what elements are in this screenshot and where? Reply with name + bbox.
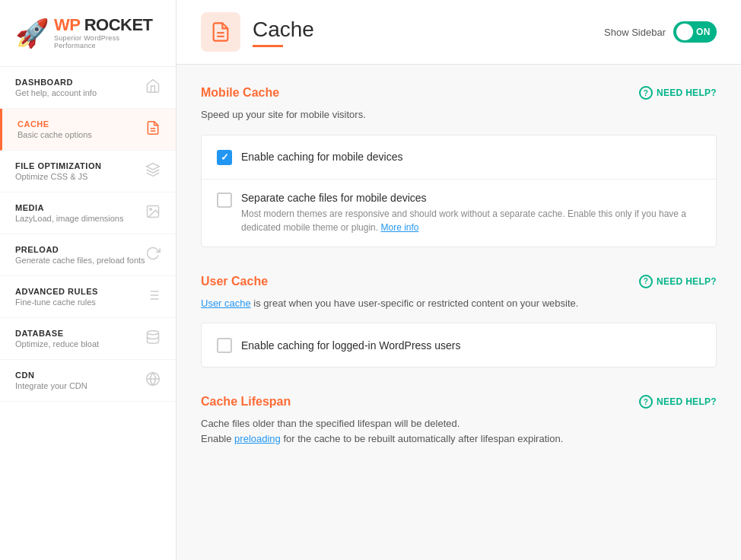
user-cache-link[interactable]: User cache [201, 298, 251, 309]
database-icon [145, 329, 161, 348]
sidebar-toggle[interactable]: ON [673, 21, 717, 43]
user-cache-need-help[interactable]: ? NEED HELP? [639, 275, 717, 288]
cache-lifespan-description: Cache files older than the specified lif… [201, 416, 717, 446]
page-title: Cache [253, 18, 314, 42]
sidebar-item-cache[interactable]: CACHE Basic cache options [0, 109, 176, 151]
sidebar-item-advanced-rules[interactable]: ADVANCED RULES Fine-tune cache rules [0, 276, 176, 318]
enable-mobile-cache-checkbox[interactable]: ✓ [217, 150, 232, 165]
section-header-user: User Cache ? NEED HELP? [201, 275, 717, 288]
mobile-cache-section: Mobile Cache ? NEED HELP? Speed up your … [201, 86, 717, 247]
logo-area: 🚀 WP ROCKET Superior WordPress Performan… [0, 0, 176, 67]
logo-name: WP ROCKET [54, 17, 161, 33]
need-help-icon: ? [639, 86, 653, 100]
logged-in-cache-option: Enable caching for logged-in WordPress u… [202, 323, 716, 367]
rocket-icon: 🚀 [15, 20, 49, 47]
more-info-link[interactable]: More info [380, 222, 418, 233]
section-header-lifespan: Cache Lifespan ? NEED HELP? [201, 395, 717, 409]
mobile-cache-need-help[interactable]: ? NEED HELP? [639, 86, 717, 100]
content-area: Mobile Cache ? NEED HELP? Speed up your … [177, 65, 741, 560]
need-help-icon-2: ? [639, 275, 653, 288]
user-cache-card: Enable caching for logged-in WordPress u… [201, 323, 717, 368]
cache-lifespan-section: Cache Lifespan ? NEED HELP? Cache files … [201, 395, 717, 446]
user-cache-description: User cache is great when you have user-s… [201, 296, 717, 311]
logo-rocket-text: ROCKET [84, 15, 153, 34]
mobile-cache-description: Speed up your site for mobile visitors. [201, 107, 717, 123]
toggle-knob [676, 24, 693, 40]
sidebar-item-database[interactable]: DATABASE Optimize, reduce bloat [0, 318, 176, 360]
page-icon [201, 12, 240, 52]
need-help-label: NEED HELP? [657, 88, 717, 98]
separate-cache-label: Separate cache files for mobile devices [241, 192, 701, 204]
cache-icon [145, 120, 161, 139]
svg-point-11 [148, 330, 159, 334]
svg-point-4 [150, 208, 152, 210]
need-help-label-2: NEED HELP? [657, 276, 717, 287]
cache-lifespan-need-help[interactable]: ? NEED HELP? [639, 395, 717, 409]
sidebar-item-media[interactable]: MEDIA LazyLoad, image dimensions [0, 192, 176, 234]
refresh-icon [145, 246, 161, 265]
layers-icon [145, 162, 161, 181]
sidebar-item-preload[interactable]: PRELOAD Generate cache files, preload fo… [0, 234, 176, 276]
header-right: Show Sidebar ON [604, 21, 717, 43]
need-help-icon-3: ? [639, 395, 653, 409]
list-icon [145, 288, 161, 307]
page-header: Cache Show Sidebar ON [177, 0, 741, 65]
mobile-cache-title: Mobile Cache [201, 86, 279, 100]
user-cache-title: User Cache [201, 275, 268, 288]
sidebar-item-cdn[interactable]: CDN Integrate your CDN [0, 360, 176, 402]
toggle-label: ON [696, 27, 711, 37]
main-content: Cache Show Sidebar ON Mobile Cache ? NEE… [177, 0, 741, 560]
sidebar-nav: DASHBOARD Get help, account info CACHE B… [0, 67, 176, 560]
logo-wp: WP [54, 15, 84, 34]
cache-lifespan-title: Cache Lifespan [201, 395, 291, 409]
section-header-mobile: Mobile Cache ? NEED HELP? [201, 86, 717, 100]
mobile-cache-option-2: Separate cache files for mobile devices … [202, 180, 716, 247]
sidebar-item-dashboard[interactable]: DASHBOARD Get help, account info [0, 67, 176, 109]
logo-tagline: Superior WordPress Performance [54, 34, 161, 49]
separate-cache-checkbox[interactable] [217, 192, 232, 208]
enable-mobile-cache-label: Enable caching for mobile devices [241, 151, 402, 163]
image-icon [145, 204, 161, 223]
globe-icon [145, 371, 161, 390]
logo: 🚀 WP ROCKET Superior WordPress Performan… [15, 17, 161, 49]
home-icon [145, 78, 161, 97]
preloading-link[interactable]: preloading [234, 433, 281, 444]
title-underline [253, 45, 283, 47]
need-help-label-3: NEED HELP? [657, 396, 717, 407]
page-title-block: Cache [253, 18, 314, 47]
logged-in-cache-checkbox[interactable] [217, 338, 232, 353]
mobile-cache-option-1: ✓ Enable caching for mobile devices [202, 135, 716, 180]
separate-cache-description: Most modern themes are responsive and sh… [241, 207, 701, 234]
svg-marker-2 [147, 163, 160, 169]
sidebar-item-file-optimization[interactable]: FILE OPTIMIZATION Optimize CSS & JS [0, 151, 176, 192]
mobile-cache-card: ✓ Enable caching for mobile devices Sepa… [201, 135, 717, 247]
show-sidebar-label: Show Sidebar [604, 27, 666, 38]
user-cache-section: User Cache ? NEED HELP? User cache is gr… [201, 275, 717, 368]
page-header-left: Cache [201, 12, 314, 52]
logged-in-cache-label: Enable caching for logged-in WordPress u… [241, 339, 460, 352]
logo-text: WP ROCKET Superior WordPress Performance [54, 17, 161, 49]
sidebar: 🚀 WP ROCKET Superior WordPress Performan… [0, 0, 177, 560]
